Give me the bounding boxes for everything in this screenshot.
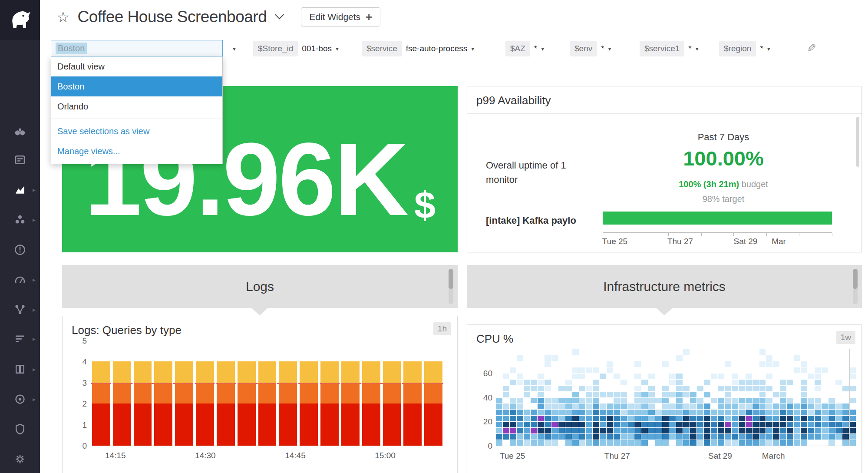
favorite-star-icon[interactable]: ☆ — [56, 8, 69, 26]
monitors-nav-item[interactable] — [0, 240, 40, 259]
heatmap-cell — [641, 404, 648, 409]
x-tick-label: March — [749, 451, 797, 461]
stacked-bar[interactable] — [258, 341, 277, 446]
template-var-AZ[interactable]: $AZ*▾ — [505, 41, 544, 56]
heatmap-cell — [683, 428, 690, 433]
stacked-bar[interactable] — [300, 341, 318, 446]
heatmap-cell — [558, 410, 565, 415]
integrations-nav-item[interactable]: ▸ — [0, 390, 40, 409]
group-header-logs[interactable]: Logs — [62, 265, 458, 308]
stacked-bar[interactable] — [341, 341, 360, 446]
stacked-bar[interactable] — [154, 341, 172, 446]
heatmap-cell — [828, 380, 835, 385]
stacked-bar[interactable] — [238, 341, 256, 446]
binoculars-nav-item[interactable] — [0, 122, 40, 141]
datadog-logo[interactable] — [0, 0, 40, 40]
heatmap-cell — [517, 416, 523, 421]
view-option-orlando[interactable]: Orlando — [51, 96, 222, 116]
heatmap-cell — [503, 349, 509, 355]
view-option-default-view[interactable]: Default view — [51, 56, 222, 76]
logs-nav-item[interactable]: ▸ — [0, 329, 40, 348]
template-var-env[interactable]: $env*▾ — [570, 41, 611, 56]
metrics-nav-item[interactable]: ▸ — [0, 270, 40, 289]
heatmap-cell — [538, 398, 544, 404]
heatmap-cell — [683, 398, 690, 404]
view-action-manage-views-[interactable]: Manage views... — [51, 141, 222, 161]
availability-widget[interactable]: p99 Availability Past 7 Days 100.00% 100… — [467, 86, 862, 252]
stacked-bar[interactable] — [424, 341, 442, 446]
view-search-input[interactable]: Boston — [51, 40, 223, 56]
board-title[interactable]: Coffee House Screenboard — [77, 8, 267, 26]
stacked-bar[interactable] — [92, 341, 110, 446]
scrollbar[interactable] — [449, 269, 453, 304]
stacked-bar[interactable] — [403, 341, 422, 446]
stacked-bar[interactable] — [134, 341, 152, 446]
notebooks-nav-item[interactable]: ▸ — [0, 360, 40, 379]
group-header-infrastructure[interactable]: Infrastructure metrics — [467, 265, 862, 308]
heatmap-cell — [711, 428, 717, 433]
view-option-boston[interactable]: Boston — [51, 76, 222, 96]
heatmap-cell — [849, 349, 856, 355]
bar-segment-orange — [403, 383, 422, 404]
security-nav-item[interactable] — [0, 420, 40, 439]
heatmap-cell — [725, 374, 731, 379]
template-var-region[interactable]: $region*▾ — [719, 41, 770, 56]
scrollbar[interactable] — [856, 117, 859, 167]
stacked-bar[interactable] — [113, 341, 131, 446]
stacked-bar[interactable] — [362, 341, 380, 446]
heatmap-cell — [822, 374, 828, 379]
heatmap-cell — [620, 386, 627, 391]
monitor-name[interactable]: [intake] Kafka paylo — [486, 215, 576, 226]
apm-nav-item[interactable]: ▸ — [0, 300, 40, 319]
heatmap-cell — [503, 404, 509, 409]
heatmap-cell — [746, 422, 752, 427]
heatmap-cell — [690, 386, 696, 391]
divider — [51, 119, 222, 119]
stacked-bar[interactable] — [320, 341, 339, 446]
heatmap-cell — [794, 367, 800, 373]
stacked-bar[interactable] — [196, 341, 214, 446]
heatmap-cell — [648, 428, 655, 433]
heatmap-cell — [517, 367, 523, 373]
chevron-down-icon[interactable]: ▾ — [233, 45, 236, 52]
bar-segment-red — [403, 404, 422, 446]
chevron-down-icon[interactable] — [275, 10, 284, 19]
heatmap-cell — [600, 392, 606, 397]
scrollbar[interactable] — [853, 269, 858, 304]
view-action-save-selections-as-view[interactable]: Save selections as view — [51, 121, 222, 141]
stacked-bar[interactable] — [279, 341, 297, 446]
heatmap-cell — [725, 361, 731, 367]
scrollbar-thumb[interactable] — [449, 269, 453, 289]
settings-nav-item[interactable] — [0, 450, 40, 469]
heatmap-cell — [676, 398, 683, 404]
logs-bar-chart[interactable] — [91, 341, 443, 446]
heatmap-cell — [579, 349, 586, 355]
cpu-heatmap-chart[interactable] — [496, 349, 856, 446]
infrastructure-nav-item[interactable]: ▸ — [0, 210, 40, 229]
slo-axis-labels: Tue 25Thu 27Sat 29Mar — [603, 237, 832, 247]
chevron-right-icon: ▸ — [33, 396, 36, 403]
edit-widgets-button[interactable]: Edit Widgets + — [301, 7, 380, 26]
dashboards-nav-item[interactable]: ▸ — [0, 180, 40, 199]
events-nav-item[interactable] — [0, 150, 40, 169]
template-var-service1[interactable]: $service1*▾ — [640, 41, 699, 56]
stacked-bar[interactable] — [217, 341, 235, 446]
heatmap-cell — [773, 355, 779, 361]
heatmap-cell — [510, 422, 516, 427]
heatmap-cell — [600, 386, 606, 391]
stacked-bar[interactable] — [383, 341, 401, 446]
heatmap-cell — [697, 398, 703, 404]
heatmap-cell — [620, 434, 627, 440]
template-var-service[interactable]: $servicefse-auto-process▾ — [362, 41, 474, 56]
chevron-down-icon: ▾ — [696, 45, 699, 52]
edit-pencil-icon[interactable]: ✎ — [807, 42, 816, 55]
template-var-Store_id[interactable]: $Store_id001-bos▾ — [253, 41, 339, 56]
heatmap-cell — [766, 374, 772, 379]
stacked-bar[interactable] — [175, 341, 193, 446]
heatmap-cell — [676, 386, 683, 391]
heatmap-cell — [524, 410, 530, 415]
heatmap-cell — [835, 361, 842, 367]
slo-bar[interactable] — [603, 212, 832, 225]
scrollbar-thumb[interactable] — [853, 269, 858, 289]
marker-line — [91, 383, 443, 384]
